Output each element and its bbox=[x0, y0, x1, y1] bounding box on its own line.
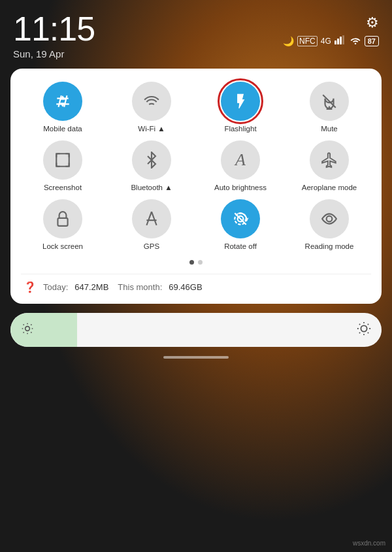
tile-label-lock-screen: Lock screen bbox=[42, 242, 83, 252]
data-month-label: This month: bbox=[118, 282, 162, 292]
tile-flashlight[interactable]: Flashlight bbox=[199, 82, 282, 134]
tile-label-gps: GPS bbox=[144, 242, 159, 252]
tile-label-aeroplane: Aeroplane mode bbox=[302, 184, 357, 193]
svg-point-25 bbox=[361, 325, 367, 331]
home-bar-line bbox=[163, 356, 229, 359]
home-bar bbox=[0, 356, 392, 359]
tiles-grid: Mobile data Wi-Fi ▲ Flashlight bbox=[21, 82, 371, 251]
nfc-icon: NFC bbox=[297, 36, 318, 46]
divider bbox=[21, 274, 371, 274]
status-icons: ⚙ 🌙 NFC 4G 87 bbox=[283, 12, 379, 46]
tile-rotate-off[interactable]: Rotate off bbox=[199, 199, 282, 252]
brightness-low-icon bbox=[21, 322, 34, 338]
svg-line-20 bbox=[31, 332, 31, 333]
tile-label-rotate-off: Rotate off bbox=[224, 242, 257, 252]
data-today-label: Today: bbox=[43, 282, 68, 292]
tile-label-screenshot: Screenshot bbox=[44, 184, 82, 193]
tile-label-reading-mode: Reading mode bbox=[305, 242, 354, 252]
quick-settings-panel: Mobile data Wi-Fi ▲ Flashlight bbox=[10, 69, 382, 304]
tile-auto-brightness[interactable]: A Auto brightness bbox=[199, 140, 282, 193]
data-today-value: 647.2MB bbox=[74, 282, 108, 292]
tile-circle-bluetooth bbox=[132, 140, 171, 180]
svg-point-15 bbox=[327, 216, 333, 221]
battery-indicator: 87 bbox=[365, 36, 379, 46]
settings-icon[interactable]: ⚙ bbox=[366, 14, 379, 31]
svg-line-24 bbox=[31, 324, 31, 325]
clock-date: Sun, 19 Apr bbox=[13, 48, 95, 59]
svg-rect-2 bbox=[340, 37, 342, 44]
tile-label-mobile-data: Mobile data bbox=[43, 125, 82, 134]
status-bar: 11:15 Sun, 19 Apr ⚙ 🌙 NFC 4G bbox=[0, 0, 392, 59]
tile-label-auto-brightness: Auto brightness bbox=[214, 184, 267, 193]
tile-label-mute: Mute bbox=[321, 125, 338, 134]
tile-circle-flashlight bbox=[221, 82, 260, 121]
svg-line-29 bbox=[368, 333, 368, 333]
status-bar-left: 11:15 Sun, 19 Apr bbox=[13, 12, 95, 59]
tile-label-bluetooth: Bluetooth ▲ bbox=[131, 184, 172, 193]
data-month-value: 69.46GB bbox=[169, 282, 202, 292]
svg-rect-0 bbox=[335, 41, 336, 44]
pagination-dots bbox=[21, 260, 371, 265]
svg-line-23 bbox=[24, 332, 24, 333]
tile-aeroplane[interactable]: Aeroplane mode bbox=[287, 140, 371, 193]
signal-4g-icon: 4G bbox=[321, 37, 331, 46]
tile-circle-aeroplane bbox=[310, 140, 349, 180]
svg-point-16 bbox=[25, 327, 30, 331]
svg-line-10 bbox=[146, 212, 152, 225]
tile-label-wifi: Wi-Fi ▲ bbox=[138, 125, 165, 134]
data-usage-row: ❓ Today: 647.2MB This month: 69.46GB bbox=[21, 281, 371, 293]
tile-circle-screenshot bbox=[43, 140, 82, 180]
tile-circle-mobile-data bbox=[43, 82, 82, 121]
tile-circle-mute bbox=[310, 82, 349, 121]
signal-bars-icon bbox=[335, 35, 346, 46]
moon-icon: 🌙 bbox=[283, 36, 294, 46]
tile-bluetooth[interactable]: Bluetooth ▲ bbox=[110, 140, 193, 193]
svg-line-28 bbox=[359, 324, 360, 325]
clock-time: 11:15 bbox=[13, 12, 95, 46]
tile-circle-rotate-off bbox=[221, 199, 260, 238]
watermark: wsxdn.com bbox=[353, 540, 385, 547]
svg-rect-8 bbox=[57, 218, 67, 226]
svg-rect-3 bbox=[342, 35, 344, 44]
pagination-dot-2[interactable] bbox=[198, 260, 203, 265]
wifi-status-icon bbox=[350, 35, 361, 46]
status-right-icons: 🌙 NFC 4G 87 bbox=[283, 35, 379, 46]
tile-circle-gps bbox=[132, 199, 171, 238]
tile-label-flashlight: Flashlight bbox=[224, 125, 256, 134]
pagination-dot-1[interactable] bbox=[189, 260, 194, 265]
tile-wifi[interactable]: Wi-Fi ▲ bbox=[110, 82, 193, 134]
tile-screenshot[interactable]: Screenshot bbox=[21, 140, 105, 193]
svg-rect-7 bbox=[56, 154, 69, 167]
tile-circle-auto-brightness: A bbox=[221, 140, 260, 180]
svg-line-9 bbox=[152, 212, 157, 225]
brightness-slider[interactable] bbox=[10, 313, 382, 347]
tile-circle-wifi bbox=[132, 82, 171, 121]
brightness-high-icon bbox=[357, 321, 371, 339]
data-usage-icon: ❓ bbox=[24, 281, 37, 293]
svg-rect-1 bbox=[337, 39, 339, 44]
svg-line-33 bbox=[368, 324, 368, 325]
tile-lock-screen[interactable]: Lock screen bbox=[21, 199, 105, 252]
tile-circle-reading-mode bbox=[310, 199, 349, 238]
tile-gps[interactable]: GPS bbox=[110, 199, 193, 252]
tile-mobile-data[interactable]: Mobile data bbox=[21, 82, 105, 134]
tile-circle-lock-screen bbox=[43, 199, 82, 238]
tile-reading-mode[interactable]: Reading mode bbox=[287, 199, 371, 252]
svg-line-32 bbox=[359, 333, 360, 333]
tile-mute[interactable]: Mute bbox=[287, 82, 371, 134]
svg-line-19 bbox=[24, 324, 24, 325]
